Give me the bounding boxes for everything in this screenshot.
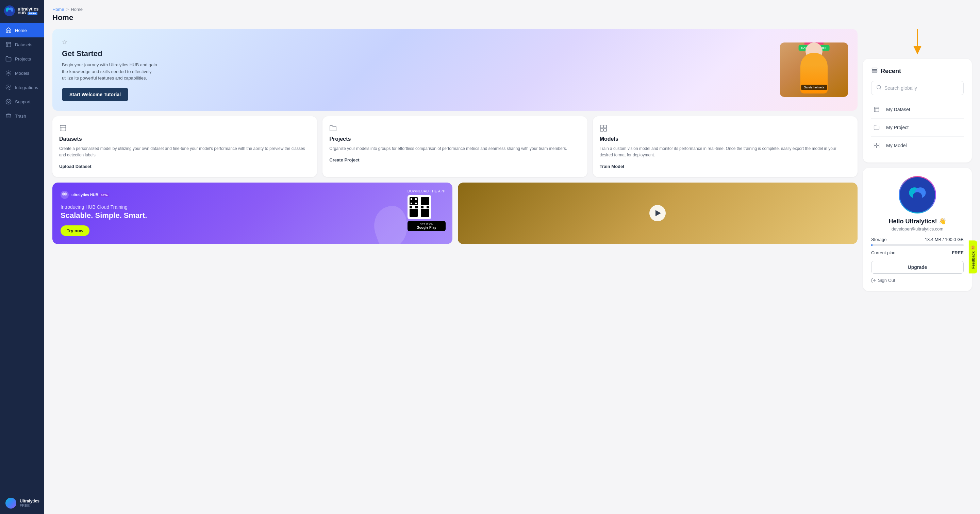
sidebar-item-support[interactable]: Support bbox=[0, 95, 44, 109]
create-project-link[interactable]: Create Project bbox=[329, 157, 580, 162]
play-button[interactable] bbox=[649, 205, 666, 221]
svg-point-22 bbox=[877, 85, 881, 89]
signout-label: Sign Out bbox=[878, 278, 895, 283]
svg-point-6 bbox=[8, 87, 10, 88]
profile-card: Hello Ultralytics! 👋 developer@ultralyti… bbox=[863, 168, 972, 291]
avatar-inner bbox=[900, 177, 935, 213]
trash-icon bbox=[5, 113, 11, 119]
feedback-button[interactable]: Feedback 😊 bbox=[969, 241, 977, 274]
svg-rect-9 bbox=[60, 125, 66, 131]
plan-value: FREE bbox=[952, 250, 964, 255]
sidebar-item-models[interactable]: Models bbox=[0, 66, 44, 80]
recent-item-model[interactable]: My Model bbox=[871, 136, 964, 154]
models-card-description: Train a custom vision model and monitor … bbox=[600, 146, 851, 159]
user-name: Ultralytics bbox=[20, 499, 40, 503]
train-model-link[interactable]: Train Model bbox=[600, 164, 851, 169]
google-play-button[interactable]: GET IT ON Google Play bbox=[407, 221, 445, 231]
storage-section: Storage 13.4 MB / 100.0 GB bbox=[871, 237, 964, 246]
svg-rect-24 bbox=[874, 107, 879, 112]
sidebar-nav: Home Datasets Projects bbox=[0, 22, 44, 492]
recent-icon bbox=[871, 67, 878, 76]
user-avatar bbox=[5, 498, 16, 509]
recent-wrapper: Recent bbox=[863, 29, 972, 162]
dataset-icon bbox=[5, 41, 11, 48]
svg-point-5 bbox=[8, 72, 10, 74]
recent-title: Recent bbox=[871, 67, 964, 76]
projects-card-description: Organize your models into groups for eff… bbox=[329, 146, 580, 152]
banner-logo: ultralytics HUB BETA bbox=[60, 191, 444, 199]
recent-item-project-label: My Project bbox=[886, 125, 908, 130]
get-started-description: Begin your journey with Ultralytics HUB … bbox=[62, 62, 164, 82]
sidebar-item-home-label: Home bbox=[15, 28, 27, 33]
profile-email: developer@ultralytics.com bbox=[871, 227, 964, 232]
sidebar-item-projects-label: Projects bbox=[15, 56, 31, 62]
svg-rect-20 bbox=[872, 70, 877, 71]
storage-fill bbox=[871, 244, 872, 246]
models-icon bbox=[5, 70, 11, 76]
recent-item-dataset[interactable]: My Dataset bbox=[871, 101, 964, 119]
storage-bar bbox=[871, 244, 964, 246]
download-label: DOWNLOAD THE APP bbox=[407, 189, 445, 193]
upload-dataset-link[interactable]: Upload Dataset bbox=[59, 164, 310, 169]
datasets-card: Datasets Create a personalized model by … bbox=[52, 116, 317, 177]
start-tutorial-button[interactable]: Start Welcome Tutorial bbox=[62, 88, 128, 101]
svg-rect-28 bbox=[877, 146, 879, 148]
sidebar-item-trash[interactable]: Trash bbox=[0, 109, 44, 123]
right-column: Recent bbox=[863, 29, 972, 291]
storage-label: Storage bbox=[871, 237, 887, 242]
recent-item-dataset-label: My Dataset bbox=[886, 107, 910, 112]
svg-rect-13 bbox=[604, 128, 606, 131]
home-icon bbox=[5, 27, 11, 33]
breadcrumb-current: Home bbox=[71, 7, 83, 12]
svg-rect-21 bbox=[872, 71, 877, 72]
feature-cards-row: Datasets Create a personalized model by … bbox=[52, 116, 858, 177]
hub-label: HUB BETA bbox=[18, 11, 38, 15]
plan-row: Current plan FREE bbox=[871, 250, 964, 255]
sidebar: ultralytics HUB BETA Home bbox=[0, 0, 44, 514]
banner-row: ultralytics HUB BETA Introducing HUB Clo… bbox=[52, 182, 858, 244]
recent-item-project[interactable]: My Project bbox=[871, 119, 964, 136]
feedback-label: Feedback bbox=[971, 252, 975, 269]
get-started-image: SAFETY HELMET Safety helmets bbox=[780, 43, 848, 97]
breadcrumb-home[interactable]: Home bbox=[52, 7, 64, 12]
datasets-card-icon bbox=[59, 124, 310, 132]
recent-item-project-icon bbox=[871, 122, 882, 133]
svg-rect-27 bbox=[874, 146, 877, 148]
ultralytics-logo-icon bbox=[4, 5, 15, 16]
datasets-card-description: Create a personalized model by utilizing… bbox=[59, 146, 310, 159]
left-column: ☆ Get Started Begin your journey with Ul… bbox=[52, 29, 858, 291]
video-thumbnail[interactable] bbox=[458, 182, 858, 244]
get-started-title: Get Started bbox=[62, 49, 164, 58]
sidebar-item-integrations[interactable]: Integrations bbox=[0, 80, 44, 95]
sidebar-item-home[interactable]: Home bbox=[0, 23, 44, 37]
user-profile[interactable]: Ultralytics FREE bbox=[5, 498, 39, 509]
svg-rect-4 bbox=[6, 42, 11, 47]
projects-card-title: Projects bbox=[329, 136, 580, 142]
worker-image: SAFETY HELMET Safety helmets bbox=[780, 43, 848, 97]
avatar-ring bbox=[899, 176, 936, 214]
svg-rect-25 bbox=[874, 143, 877, 146]
svg-line-23 bbox=[880, 88, 881, 89]
search-icon bbox=[876, 85, 882, 92]
play-icon bbox=[655, 210, 661, 216]
sidebar-item-datasets[interactable]: Datasets bbox=[0, 37, 44, 52]
upgrade-button[interactable]: Upgrade bbox=[871, 261, 964, 274]
recent-item-model-label: My Model bbox=[886, 143, 907, 148]
svg-rect-19 bbox=[872, 68, 877, 69]
projects-card: Projects Organize your models into group… bbox=[323, 116, 587, 177]
signout-button[interactable]: Sign Out bbox=[871, 278, 895, 283]
user-section: Ultralytics FREE bbox=[0, 492, 44, 514]
try-now-button[interactable]: Try now bbox=[60, 225, 89, 236]
search-input[interactable] bbox=[885, 85, 959, 91]
models-card-title: Models bbox=[600, 136, 851, 142]
storage-header: Storage 13.4 MB / 100.0 GB bbox=[871, 237, 964, 242]
page-title: Home bbox=[52, 13, 972, 22]
sidebar-item-projects[interactable]: Projects bbox=[0, 52, 44, 66]
svg-marker-18 bbox=[913, 46, 921, 54]
plan-label: Current plan bbox=[871, 250, 896, 255]
video-bg bbox=[458, 182, 858, 244]
search-box[interactable] bbox=[871, 81, 964, 95]
qr-code bbox=[407, 195, 431, 219]
user-plan: FREE bbox=[20, 503, 40, 508]
svg-rect-10 bbox=[600, 125, 603, 127]
